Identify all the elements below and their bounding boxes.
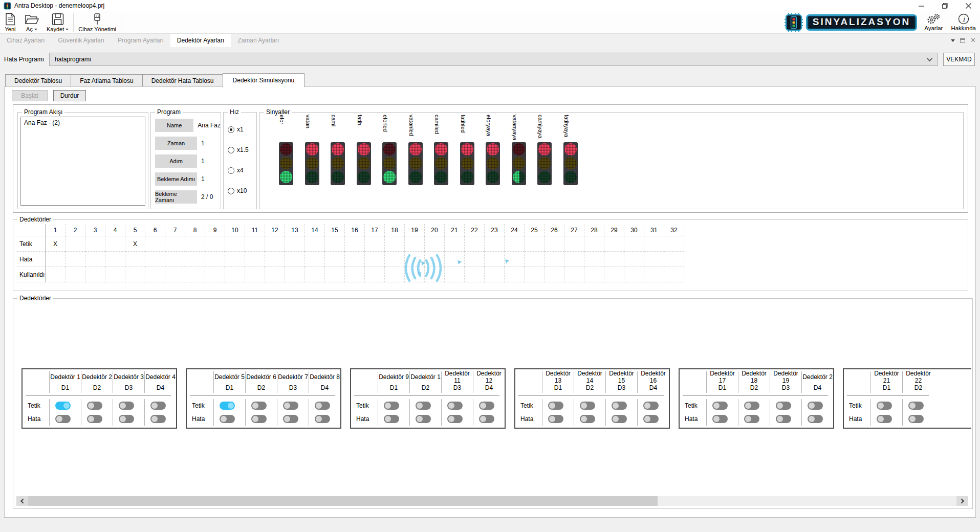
signal-label: vatan: [305, 115, 311, 128]
error-program-combobox[interactable]: hataprogrami: [49, 53, 938, 66]
red-bulb: [306, 143, 318, 156]
detector-cell: [445, 267, 465, 282]
hata-row-label: Hata: [24, 412, 49, 426]
hata-toggle[interactable]: [220, 415, 235, 423]
scroll-right-button[interactable]: [956, 496, 968, 506]
main-tab-4[interactable]: Dedektör Ayarları: [170, 34, 231, 47]
hata-toggle[interactable]: [548, 415, 563, 423]
red-bulb: [435, 143, 447, 156]
main-tab-2[interactable]: Güvenlik Ayarları: [51, 34, 111, 47]
hata-toggle[interactable]: [479, 415, 494, 423]
scrollbar-thumb[interactable]: [28, 496, 658, 506]
hata-toggle[interactable]: [55, 415, 71, 423]
hata-toggle[interactable]: [119, 415, 134, 423]
tetik-toggle[interactable]: [220, 402, 235, 410]
tetik-toggle[interactable]: [908, 402, 924, 410]
chevron-down-icon[interactable]: [927, 56, 932, 61]
tetik-toggle[interactable]: [251, 402, 267, 410]
hata-toggle[interactable]: [877, 415, 892, 423]
hata-toggle[interactable]: [384, 415, 399, 423]
device-id-button[interactable]: VEKM4D: [943, 53, 975, 66]
about-button[interactable]: i Hakkında: [950, 13, 977, 31]
device-management-button[interactable]: Cihaz Yönetimi: [75, 11, 120, 33]
program-flow-item[interactable]: Ana Faz - (2): [24, 119, 142, 127]
radio-icon[interactable]: [228, 126, 234, 133]
hata-toggle[interactable]: [612, 415, 627, 423]
tetik-toggle[interactable]: [150, 402, 166, 410]
tetik-toggle[interactable]: [315, 402, 330, 410]
hata-toggle[interactable]: [87, 415, 102, 423]
horizontal-scrollbar[interactable]: [16, 496, 968, 506]
tetik-toggle[interactable]: [744, 402, 759, 410]
tetik-toggle[interactable]: [776, 402, 791, 410]
hata-toggle[interactable]: [908, 415, 924, 423]
tetik-toggle[interactable]: [877, 402, 892, 410]
yellow-bulb: [383, 157, 396, 169]
restore-icon[interactable]: [933, 0, 956, 11]
minimize-icon[interactable]: [909, 0, 933, 11]
speed-option[interactable]: x1.5: [228, 146, 256, 153]
main-tab-5[interactable]: Zaman Ayarları: [231, 34, 286, 47]
hata-toggle[interactable]: [776, 415, 791, 423]
tetik-toggle[interactable]: [643, 402, 659, 410]
tetik-row-label: Tetik: [24, 399, 49, 412]
float-window-icon[interactable]: [960, 38, 965, 43]
sub-tab-2[interactable]: Faz Atlama Tablosu: [71, 74, 143, 86]
radio-icon[interactable]: [228, 147, 234, 153]
close-icon[interactable]: [956, 0, 980, 11]
sub-tab-1[interactable]: Dedektör Tablosu: [5, 74, 71, 86]
radio-icon[interactable]: [228, 167, 234, 174]
tetik-toggle[interactable]: [87, 402, 102, 410]
tetik-toggle[interactable]: [808, 402, 823, 410]
save-dropdown-icon[interactable]: [66, 29, 69, 32]
tetik-toggle[interactable]: [580, 402, 595, 410]
open-dropdown-icon[interactable]: [34, 29, 37, 32]
tetik-toggle[interactable]: [612, 402, 627, 410]
hata-toggle[interactable]: [712, 415, 728, 423]
tetik-toggle[interactable]: [712, 402, 728, 410]
hata-toggle[interactable]: [808, 415, 823, 423]
sub-tab-3[interactable]: Dedektör Hata Tablosu: [142, 74, 223, 86]
tetik-toggle[interactable]: [416, 402, 431, 410]
hata-toggle[interactable]: [643, 415, 659, 423]
tetik-toggle[interactable]: [55, 402, 71, 410]
settings-button[interactable]: Ayarlar: [923, 13, 944, 31]
tetik-toggle[interactable]: [447, 402, 463, 410]
open-button[interactable]: Aç: [20, 11, 43, 33]
main-tab-3[interactable]: Program Ayarları: [111, 34, 170, 47]
hata-toggle[interactable]: [416, 415, 431, 423]
detector-panel-5: Dedektör 17Dedektör 18Dedektör 19Dedektö…: [679, 368, 834, 429]
hata-toggle[interactable]: [251, 415, 267, 423]
save-button[interactable]: Kaydet: [43, 11, 72, 33]
tetik-toggle[interactable]: [283, 402, 298, 410]
sub-tab-4[interactable]: Dedektör Simülasyonu: [223, 73, 305, 87]
detector-subtitle: D1: [213, 383, 245, 393]
program-field-value: 1: [201, 140, 205, 147]
hata-toggle[interactable]: [283, 415, 298, 423]
signal-eforled: eforled: [376, 113, 402, 209]
hata-toggle[interactable]: [744, 415, 759, 423]
hata-toggle[interactable]: [580, 415, 595, 423]
scroll-left-button[interactable]: [16, 496, 28, 506]
hata-toggle[interactable]: [447, 415, 463, 423]
start-button[interactable]: Başlat: [12, 90, 48, 101]
speed-option[interactable]: x10: [228, 187, 256, 194]
column-header: 28: [584, 224, 604, 236]
tetik-toggle[interactable]: [119, 402, 134, 410]
stop-button[interactable]: Durdur: [53, 90, 86, 101]
radio-icon[interactable]: [228, 188, 234, 194]
new-button[interactable]: Yeni: [0, 11, 20, 33]
speed-option[interactable]: x1: [228, 126, 256, 133]
hata-toggle[interactable]: [150, 415, 166, 423]
scrollbar-track[interactable]: [28, 496, 956, 506]
tetik-toggle[interactable]: [384, 402, 399, 410]
program-flow-list[interactable]: Ana Faz - (2): [20, 117, 145, 206]
tab-list-dropdown-icon[interactable]: [951, 39, 955, 44]
main-tab-1[interactable]: Cihaz Ayarları: [0, 34, 51, 47]
tetik-toggle[interactable]: [548, 402, 563, 410]
red-bulb: [280, 143, 292, 156]
hata-toggle[interactable]: [315, 415, 330, 423]
tetik-toggle[interactable]: [479, 402, 494, 410]
speed-option[interactable]: x4: [228, 167, 256, 174]
close-tabgroup-icon[interactable]: ✕: [970, 38, 976, 43]
